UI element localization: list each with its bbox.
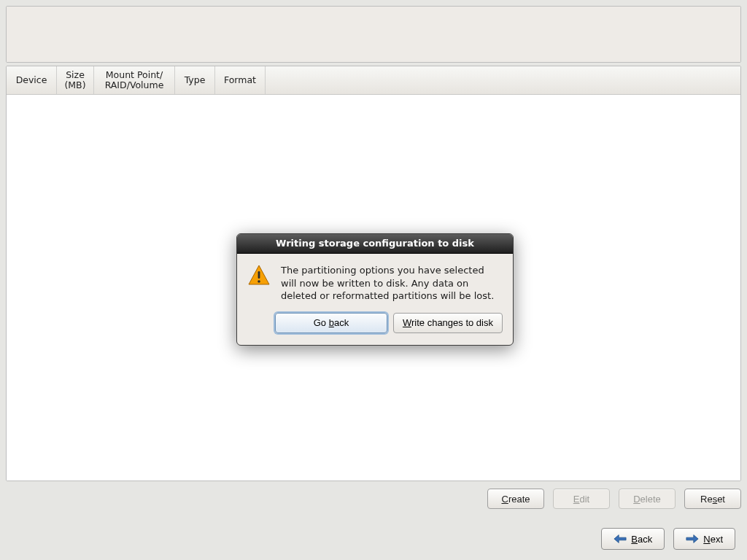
arrow-left-icon <box>614 534 627 544</box>
disk-graphic-placeholder <box>7 7 740 62</box>
svg-point-1 <box>258 280 260 283</box>
write-storage-dialog: Writing storage configuration to disk Th… <box>236 233 514 346</box>
create-button[interactable]: Create <box>487 489 544 509</box>
wizard-nav: Back Next <box>601 528 735 550</box>
dialog-title: Writing storage configuration to disk <box>237 234 513 254</box>
back-button[interactable]: Back <box>601 528 665 550</box>
col-format[interactable]: Format <box>215 66 266 94</box>
column-headers: Device Size (MB) Mount Point/ RAID/Volum… <box>7 66 740 95</box>
go-back-button[interactable]: Go back <box>275 313 387 333</box>
disk-graphic-panel <box>6 6 741 63</box>
col-filler <box>266 66 740 94</box>
svg-rect-0 <box>258 271 260 279</box>
col-type[interactable]: Type <box>175 66 215 94</box>
write-changes-button[interactable]: Write changes to disk <box>393 313 503 333</box>
reset-button[interactable]: Reset <box>684 489 741 509</box>
dialog-buttons: Go back Write changes to disk <box>237 308 513 345</box>
next-button[interactable]: Next <box>673 528 735 550</box>
delete-button: Delete <box>619 489 676 509</box>
dialog-message: The partitioning options you have select… <box>281 264 501 303</box>
col-mount[interactable]: Mount Point/ RAID/Volume <box>94 66 175 94</box>
col-device[interactable]: Device <box>7 66 57 94</box>
edit-button: Edit <box>553 489 610 509</box>
warning-icon <box>247 264 271 287</box>
col-size[interactable]: Size (MB) <box>57 66 94 94</box>
arrow-right-icon <box>686 534 699 544</box>
partition-action-row: Create Edit Delete Reset <box>6 489 741 509</box>
